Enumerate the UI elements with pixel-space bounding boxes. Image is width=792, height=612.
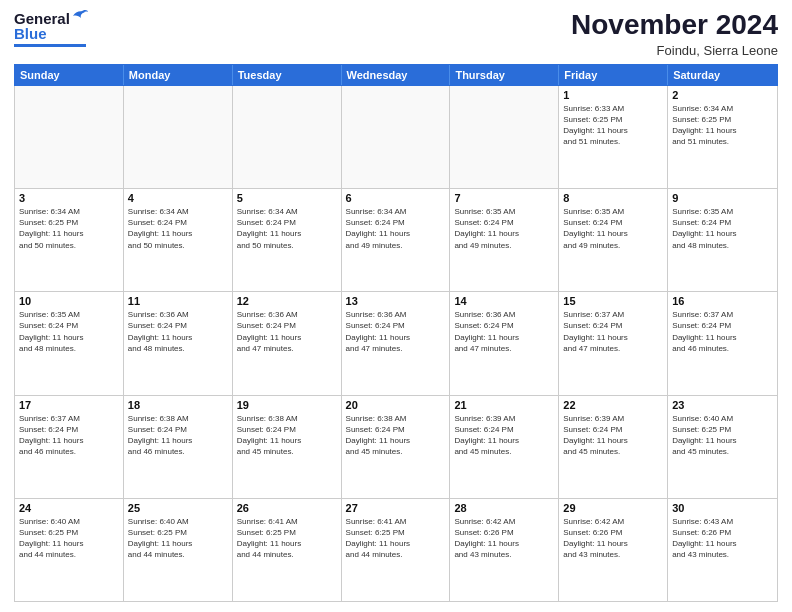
calendar-cell: 2Sunrise: 6:34 AMSunset: 6:25 PMDaylight… bbox=[668, 86, 777, 188]
month-title: November 2024 bbox=[571, 10, 778, 41]
calendar-cell: 24Sunrise: 6:40 AMSunset: 6:25 PMDayligh… bbox=[15, 499, 124, 601]
header-day-thursday: Thursday bbox=[450, 65, 559, 85]
calendar-cell: 28Sunrise: 6:42 AMSunset: 6:26 PMDayligh… bbox=[450, 499, 559, 601]
calendar-cell: 15Sunrise: 6:37 AMSunset: 6:24 PMDayligh… bbox=[559, 292, 668, 394]
cell-info: Sunrise: 6:38 AMSunset: 6:24 PMDaylight:… bbox=[128, 413, 228, 458]
calendar-body: 1Sunrise: 6:33 AMSunset: 6:25 PMDaylight… bbox=[14, 86, 778, 602]
day-number: 17 bbox=[19, 399, 119, 411]
calendar-cell: 16Sunrise: 6:37 AMSunset: 6:24 PMDayligh… bbox=[668, 292, 777, 394]
day-number: 1 bbox=[563, 89, 663, 101]
cell-info: Sunrise: 6:33 AMSunset: 6:25 PMDaylight:… bbox=[563, 103, 663, 148]
header-day-sunday: Sunday bbox=[15, 65, 124, 85]
day-number: 10 bbox=[19, 295, 119, 307]
header-day-saturday: Saturday bbox=[668, 65, 777, 85]
day-number: 13 bbox=[346, 295, 446, 307]
cell-info: Sunrise: 6:42 AMSunset: 6:26 PMDaylight:… bbox=[563, 516, 663, 561]
calendar-cell: 7Sunrise: 6:35 AMSunset: 6:24 PMDaylight… bbox=[450, 189, 559, 291]
calendar-cell: 6Sunrise: 6:34 AMSunset: 6:24 PMDaylight… bbox=[342, 189, 451, 291]
calendar-cell: 5Sunrise: 6:34 AMSunset: 6:24 PMDaylight… bbox=[233, 189, 342, 291]
header: General Blue November 2024 Foindu, Sierr… bbox=[14, 10, 778, 58]
day-number: 29 bbox=[563, 502, 663, 514]
calendar-cell: 30Sunrise: 6:43 AMSunset: 6:26 PMDayligh… bbox=[668, 499, 777, 601]
calendar-cell: 21Sunrise: 6:39 AMSunset: 6:24 PMDayligh… bbox=[450, 396, 559, 498]
calendar-cell: 29Sunrise: 6:42 AMSunset: 6:26 PMDayligh… bbox=[559, 499, 668, 601]
calendar-cell: 18Sunrise: 6:38 AMSunset: 6:24 PMDayligh… bbox=[124, 396, 233, 498]
day-number: 28 bbox=[454, 502, 554, 514]
day-number: 26 bbox=[237, 502, 337, 514]
header-day-tuesday: Tuesday bbox=[233, 65, 342, 85]
day-number: 2 bbox=[672, 89, 773, 101]
day-number: 8 bbox=[563, 192, 663, 204]
cell-info: Sunrise: 6:35 AMSunset: 6:24 PMDaylight:… bbox=[454, 206, 554, 251]
day-number: 25 bbox=[128, 502, 228, 514]
cell-info: Sunrise: 6:41 AMSunset: 6:25 PMDaylight:… bbox=[346, 516, 446, 561]
header-day-wednesday: Wednesday bbox=[342, 65, 451, 85]
calendar-cell bbox=[450, 86, 559, 188]
cell-info: Sunrise: 6:35 AMSunset: 6:24 PMDaylight:… bbox=[563, 206, 663, 251]
cell-info: Sunrise: 6:38 AMSunset: 6:24 PMDaylight:… bbox=[346, 413, 446, 458]
calendar-header: SundayMondayTuesdayWednesdayThursdayFrid… bbox=[14, 64, 778, 86]
calendar-cell: 13Sunrise: 6:36 AMSunset: 6:24 PMDayligh… bbox=[342, 292, 451, 394]
day-number: 4 bbox=[128, 192, 228, 204]
cell-info: Sunrise: 6:38 AMSunset: 6:24 PMDaylight:… bbox=[237, 413, 337, 458]
day-number: 22 bbox=[563, 399, 663, 411]
calendar-cell: 8Sunrise: 6:35 AMSunset: 6:24 PMDaylight… bbox=[559, 189, 668, 291]
calendar-cell: 4Sunrise: 6:34 AMSunset: 6:24 PMDaylight… bbox=[124, 189, 233, 291]
cell-info: Sunrise: 6:39 AMSunset: 6:24 PMDaylight:… bbox=[563, 413, 663, 458]
calendar-cell: 11Sunrise: 6:36 AMSunset: 6:24 PMDayligh… bbox=[124, 292, 233, 394]
cell-info: Sunrise: 6:40 AMSunset: 6:25 PMDaylight:… bbox=[128, 516, 228, 561]
header-day-friday: Friday bbox=[559, 65, 668, 85]
calendar-cell: 1Sunrise: 6:33 AMSunset: 6:25 PMDaylight… bbox=[559, 86, 668, 188]
cell-info: Sunrise: 6:34 AMSunset: 6:24 PMDaylight:… bbox=[346, 206, 446, 251]
day-number: 16 bbox=[672, 295, 773, 307]
calendar-row-1: 1Sunrise: 6:33 AMSunset: 6:25 PMDaylight… bbox=[15, 86, 777, 189]
day-number: 21 bbox=[454, 399, 554, 411]
cell-info: Sunrise: 6:40 AMSunset: 6:25 PMDaylight:… bbox=[19, 516, 119, 561]
calendar-cell bbox=[342, 86, 451, 188]
calendar-cell: 10Sunrise: 6:35 AMSunset: 6:24 PMDayligh… bbox=[15, 292, 124, 394]
day-number: 27 bbox=[346, 502, 446, 514]
calendar-cell: 12Sunrise: 6:36 AMSunset: 6:24 PMDayligh… bbox=[233, 292, 342, 394]
title-area: November 2024 Foindu, Sierra Leone bbox=[571, 10, 778, 58]
logo-blue-row: Blue bbox=[14, 25, 89, 43]
cell-info: Sunrise: 6:34 AMSunset: 6:24 PMDaylight:… bbox=[128, 206, 228, 251]
day-number: 15 bbox=[563, 295, 663, 307]
cell-info: Sunrise: 6:34 AMSunset: 6:24 PMDaylight:… bbox=[237, 206, 337, 251]
cell-info: Sunrise: 6:34 AMSunset: 6:25 PMDaylight:… bbox=[672, 103, 773, 148]
day-number: 14 bbox=[454, 295, 554, 307]
location: Foindu, Sierra Leone bbox=[571, 43, 778, 58]
cell-info: Sunrise: 6:37 AMSunset: 6:24 PMDaylight:… bbox=[672, 309, 773, 354]
day-number: 20 bbox=[346, 399, 446, 411]
cell-info: Sunrise: 6:42 AMSunset: 6:26 PMDaylight:… bbox=[454, 516, 554, 561]
logo-blue-text: Blue bbox=[14, 25, 47, 42]
day-number: 24 bbox=[19, 502, 119, 514]
calendar-row-5: 24Sunrise: 6:40 AMSunset: 6:25 PMDayligh… bbox=[15, 499, 777, 601]
cell-info: Sunrise: 6:36 AMSunset: 6:24 PMDaylight:… bbox=[346, 309, 446, 354]
calendar-cell: 20Sunrise: 6:38 AMSunset: 6:24 PMDayligh… bbox=[342, 396, 451, 498]
day-number: 18 bbox=[128, 399, 228, 411]
cell-info: Sunrise: 6:39 AMSunset: 6:24 PMDaylight:… bbox=[454, 413, 554, 458]
calendar-cell: 14Sunrise: 6:36 AMSunset: 6:24 PMDayligh… bbox=[450, 292, 559, 394]
cell-info: Sunrise: 6:40 AMSunset: 6:25 PMDaylight:… bbox=[672, 413, 773, 458]
cell-info: Sunrise: 6:36 AMSunset: 6:24 PMDaylight:… bbox=[128, 309, 228, 354]
cell-info: Sunrise: 6:36 AMSunset: 6:24 PMDaylight:… bbox=[237, 309, 337, 354]
day-number: 7 bbox=[454, 192, 554, 204]
day-number: 11 bbox=[128, 295, 228, 307]
calendar-cell: 19Sunrise: 6:38 AMSunset: 6:24 PMDayligh… bbox=[233, 396, 342, 498]
day-number: 3 bbox=[19, 192, 119, 204]
day-number: 30 bbox=[672, 502, 773, 514]
cell-info: Sunrise: 6:37 AMSunset: 6:24 PMDaylight:… bbox=[19, 413, 119, 458]
cell-info: Sunrise: 6:37 AMSunset: 6:24 PMDaylight:… bbox=[563, 309, 663, 354]
calendar-cell: 3Sunrise: 6:34 AMSunset: 6:25 PMDaylight… bbox=[15, 189, 124, 291]
calendar-row-3: 10Sunrise: 6:35 AMSunset: 6:24 PMDayligh… bbox=[15, 292, 777, 395]
calendar-cell: 9Sunrise: 6:35 AMSunset: 6:24 PMDaylight… bbox=[668, 189, 777, 291]
day-number: 12 bbox=[237, 295, 337, 307]
calendar: SundayMondayTuesdayWednesdayThursdayFrid… bbox=[14, 64, 778, 602]
header-day-monday: Monday bbox=[124, 65, 233, 85]
day-number: 9 bbox=[672, 192, 773, 204]
logo-underline bbox=[14, 44, 86, 47]
calendar-row-4: 17Sunrise: 6:37 AMSunset: 6:24 PMDayligh… bbox=[15, 396, 777, 499]
page: General Blue November 2024 Foindu, Sierr… bbox=[0, 0, 792, 612]
day-number: 5 bbox=[237, 192, 337, 204]
calendar-cell: 27Sunrise: 6:41 AMSunset: 6:25 PMDayligh… bbox=[342, 499, 451, 601]
